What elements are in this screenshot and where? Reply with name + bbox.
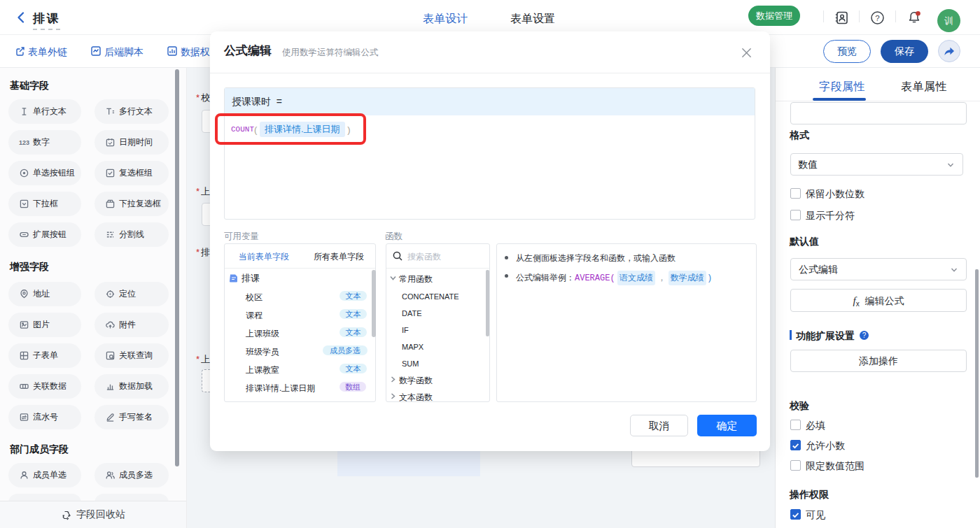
svg-text:?: ?: [875, 14, 879, 22]
